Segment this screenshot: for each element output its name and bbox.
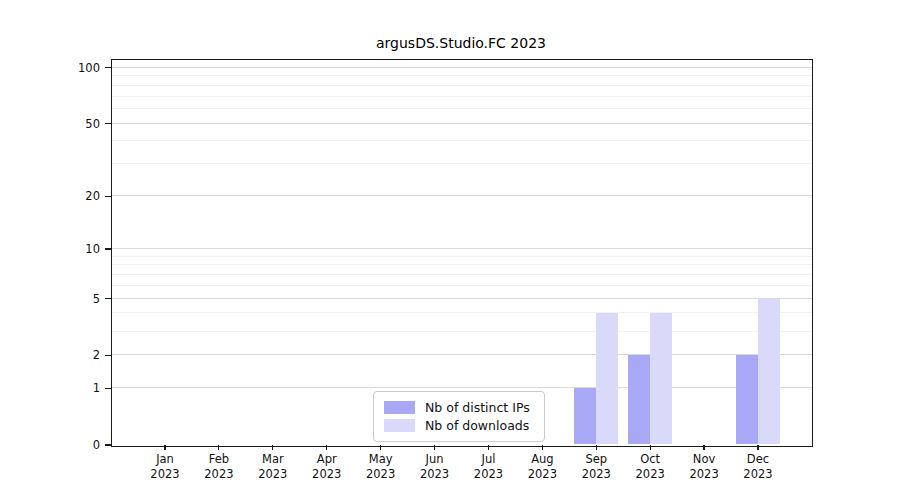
plot-canvas (112, 60, 812, 446)
x-tick (596, 445, 597, 450)
minor-gridline (112, 285, 812, 286)
x-tick (434, 445, 435, 450)
bar-ips-oct (628, 355, 650, 445)
major-gridline (112, 123, 812, 124)
y-tick (105, 444, 111, 445)
major-gridline (112, 67, 812, 68)
minor-gridline (112, 96, 812, 97)
x-tick (488, 445, 489, 450)
legend-label-distinct-ips: Nb of distinct IPs (425, 399, 530, 416)
y-tick-label: 2 (0, 347, 100, 363)
y-tick-label: 20 (0, 188, 100, 204)
y-tick-label: 0 (0, 437, 100, 453)
figure: argusDS.Studio.FC 2023 Nb of distinct IP… (0, 0, 900, 500)
minor-gridline (112, 256, 812, 257)
minor-gridline (112, 108, 812, 109)
minor-gridline (112, 140, 812, 141)
bar-ips-dec (736, 355, 758, 445)
legend-item-downloads: Nb of downloads (384, 417, 534, 434)
x-tick (164, 445, 165, 450)
minor-gridline (112, 85, 812, 86)
minor-gridline (112, 163, 812, 164)
y-tick-label: 1 (0, 380, 100, 396)
bar-ips-sep (574, 388, 596, 445)
y-tick-label: 10 (0, 241, 100, 257)
bar-downloads-sep (596, 313, 618, 445)
y-tick-label: 5 (0, 291, 100, 307)
major-gridline (112, 248, 812, 249)
x-tick-label: Dec2023 (726, 452, 790, 482)
x-tick (272, 445, 273, 450)
major-gridline (112, 354, 812, 355)
y-tick (105, 355, 111, 356)
legend-item-distinct-ips: Nb of distinct IPs (384, 399, 534, 416)
minor-gridline (112, 264, 812, 265)
y-tick (105, 67, 111, 68)
minor-gridline (112, 312, 812, 313)
bar-downloads-oct (650, 313, 672, 445)
legend-swatch-downloads-icon (384, 419, 415, 432)
y-tick-label: 100 (0, 60, 100, 76)
bar-downloads-dec (758, 298, 780, 444)
legend: Nb of distinct IPs Nb of downloads (373, 391, 545, 442)
x-tick-month: Dec (726, 452, 790, 467)
x-tick (703, 445, 704, 450)
chart-title: argusDS.Studio.FC 2023 (110, 35, 812, 55)
x-tick (218, 445, 219, 450)
x-tick (380, 445, 381, 450)
y-tick (105, 248, 111, 249)
x-tick-year: 2023 (726, 467, 790, 482)
x-tick (542, 445, 543, 450)
plot-area (111, 59, 813, 447)
minor-gridline (112, 75, 812, 76)
y-tick (105, 388, 111, 389)
y-tick (105, 196, 111, 197)
x-tick (326, 445, 327, 450)
x-tick (757, 445, 758, 450)
y-tick (105, 298, 111, 299)
legend-swatch-distinct-ips-icon (384, 401, 415, 414)
minor-gridline (112, 274, 812, 275)
minor-gridline (112, 331, 812, 332)
y-tick (105, 123, 111, 124)
x-tick (650, 445, 651, 450)
major-gridline (112, 387, 812, 388)
y-tick-label: 50 (0, 116, 100, 132)
major-gridline (112, 195, 812, 196)
major-gridline (112, 298, 812, 299)
legend-label-downloads: Nb of downloads (425, 417, 529, 434)
